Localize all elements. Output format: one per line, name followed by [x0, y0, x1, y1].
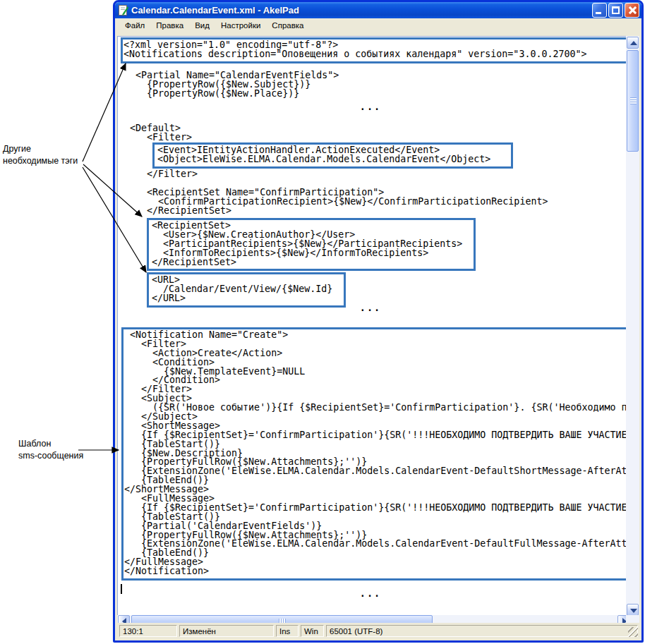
highlight-box-url: <URL> /Calendar/Event/View/{$New.Id}</UR…	[147, 272, 346, 308]
resize-grip-icon[interactable]	[628, 627, 638, 637]
code-after-filter: </Filter> <RecipientSet Name="ConfirmPar…	[124, 170, 548, 215]
arrow-down-icon	[630, 609, 637, 613]
client-area: <?xml version="1.0" encoding="utf-8"?><N…	[117, 36, 639, 638]
screenshot-stage: Calendar.CalendarEvent.xml - AkelPad Фай…	[0, 0, 645, 644]
code-line: </Notification>	[124, 567, 629, 576]
text-editor-area[interactable]: <?xml version="1.0" encoding="utf-8"?><N…	[117, 36, 630, 615]
code-line: {PropertyRow({$New.Place})}	[124, 90, 339, 99]
highlight-box-xml-declaration: <?xml version="1.0" encoding="utf-8"?><N…	[121, 37, 630, 63]
close-button[interactable]	[625, 3, 639, 18]
menu-help[interactable]: Справка	[266, 20, 309, 31]
scroll-down-button[interactable]	[627, 604, 639, 616]
minimize-icon	[596, 12, 601, 14]
annotation-line: Шаблон	[18, 438, 83, 450]
ellipsis-3: ...	[118, 589, 623, 598]
title-bar[interactable]: Calendar.CalendarEvent.xml - AkelPad	[115, 2, 641, 18]
annotation-line: Другие	[3, 143, 78, 155]
arrow-up-icon	[630, 41, 637, 45]
vertical-scroll-thumb[interactable]	[627, 50, 639, 152]
status-newline-format: Win	[301, 625, 324, 637]
status-modified: Изменён	[179, 625, 274, 637]
code-line: </Filter>	[124, 170, 548, 179]
code-partial-block: <Partial Name="CalendarEventFields"> {Pr…	[124, 71, 339, 99]
code-line: </Filter>	[124, 385, 629, 394]
annotation-sms-template: Шаблон sms-сообщения	[18, 438, 83, 462]
code-line: <Notification Name="Create">	[124, 331, 629, 340]
ellipsis-2: ...	[118, 303, 623, 312]
code-line: <Object>EleWise.ELMA.Calendar.Models.Cal…	[157, 155, 508, 164]
code-line: </Condition>	[124, 376, 629, 385]
annotation-line: sms-сообщения	[18, 450, 83, 462]
status-caret-position: 130:1	[119, 625, 177, 637]
app-icon	[118, 5, 128, 16]
annotation-other-tags: Другие необходимые тэги	[3, 143, 78, 167]
annotation-line: необходимые тэги	[3, 155, 78, 167]
vertical-scrollbar[interactable]	[626, 36, 639, 616]
menu-bar: Файл Правка Вид Настройки Справка	[115, 18, 641, 32]
akelpad-window: Calendar.CalendarEvent.xml - AkelPad Фай…	[113, 0, 644, 643]
highlight-box-event-object: <Event>IEntityActionHandler.ActionExecut…	[152, 142, 513, 169]
menu-edit[interactable]: Правка	[150, 20, 189, 31]
code-default-open: <Default> <Filter>	[124, 124, 192, 142]
maximize-icon	[612, 6, 620, 14]
code-line: </RecipientSet>	[124, 207, 548, 216]
scroll-up-button[interactable]	[627, 37, 639, 49]
code-line: </URL>	[152, 294, 341, 303]
menu-view[interactable]: Вид	[189, 20, 215, 31]
code-line: <Notifications description="Оповещения о…	[123, 50, 629, 59]
ellipsis-1: ...	[118, 102, 623, 111]
status-encoding: 65001 (UTF-8)	[326, 625, 638, 637]
code-line: </RecipientSet>	[152, 258, 471, 267]
status-bar: 130:1 Изменён Ins Win 65001 (UTF-8)	[117, 623, 639, 638]
maximize-button[interactable]	[608, 3, 623, 18]
code-line: <Filter>	[124, 133, 192, 142]
window-title: Calendar.CalendarEvent.xml - AkelPad	[131, 5, 592, 16]
code-line: ({SR('Новое событие')}{If {$RecipientSet…	[124, 403, 629, 413]
thumb-grip	[630, 97, 637, 104]
minimize-button[interactable]	[592, 3, 607, 18]
highlight-box-recipientset: <RecipientSet> <User>{$New.CreationAutho…	[147, 218, 476, 271]
menu-settings[interactable]: Настройки	[215, 20, 266, 31]
highlight-box-notification-create: <Notification Name="Create"> <Filter> <A…	[121, 327, 630, 581]
menu-file[interactable]: Файл	[119, 20, 150, 31]
status-insert-mode: Ins	[276, 625, 299, 637]
